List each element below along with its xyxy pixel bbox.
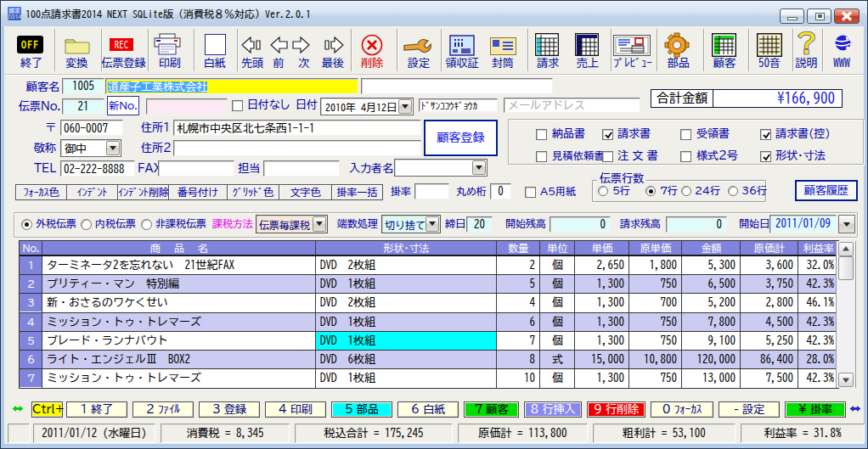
svg-text:請求: 請求: [9, 8, 21, 14]
svg-text:2014: 2014: [8, 14, 21, 20]
svg-text:?: ?: [797, 31, 816, 56]
